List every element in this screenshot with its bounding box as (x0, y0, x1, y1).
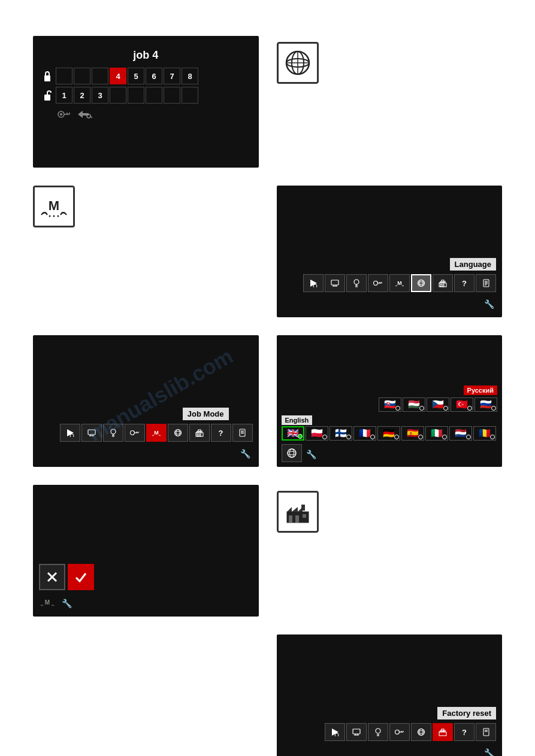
jobmode-label: Job Mode (183, 408, 229, 420)
tb-play-btn[interactable] (303, 274, 324, 292)
job-cell-u7[interactable] (164, 87, 180, 104)
tb-question-btn[interactable]: ? (454, 274, 474, 292)
svg-rect-40 (483, 280, 489, 287)
flag-fr[interactable]: 🇫🇷 (353, 426, 376, 441)
langsel-wrench-icon: 🔧 (304, 447, 319, 462)
svg-rect-20 (331, 280, 338, 285)
confirm-icons-row: M 🔧 (39, 594, 253, 611)
jm-bulb-btn[interactable] (103, 424, 123, 442)
english-label: English (282, 415, 313, 425)
confirm-button[interactable] (68, 564, 94, 590)
svg-point-83 (335, 733, 338, 736)
globe-icon-box[interactable] (277, 42, 319, 84)
svg-point-62 (174, 432, 181, 434)
job-cell-l1[interactable] (56, 68, 72, 84)
job-cell-l5[interactable]: 5 (128, 68, 144, 84)
svg-text:M: M (45, 599, 50, 606)
fr-key-btn[interactable] (389, 723, 410, 741)
jm-wrench-icon: 🔧 (238, 447, 253, 461)
jm-globe-btn[interactable] (168, 424, 188, 442)
jm-wave-btn-active[interactable]: M (146, 424, 167, 442)
tb-factory-btn[interactable] (433, 274, 453, 292)
job-cell-l8[interactable]: 8 (182, 68, 198, 84)
tb-wave-btn[interactable]: M (389, 274, 410, 292)
svg-rect-67 (240, 429, 245, 436)
wave-icon-container: M (33, 186, 259, 317)
job-cell-u8[interactable] (182, 87, 198, 104)
svg-point-33 (418, 280, 425, 287)
locked-row: 4 5 6 7 8 (40, 68, 252, 84)
svg-point-3 (60, 113, 62, 116)
flag-it[interactable]: 🇮🇹 (425, 426, 448, 441)
job-cell-u5[interactable] (128, 87, 144, 104)
job-cell-u4[interactable] (110, 87, 126, 104)
jobmode-toolbar: M (60, 424, 253, 442)
job-cell-u6[interactable] (146, 87, 162, 104)
russian-label: Русский (464, 385, 497, 395)
flag-cz[interactable]: 🇨🇿 (427, 397, 449, 412)
tb-monitor-btn[interactable] (325, 274, 345, 292)
jm-key-btn[interactable] (125, 424, 145, 442)
flag-fi[interactable]: 🇫🇮 (330, 426, 352, 441)
fr-bulb-btn[interactable] (368, 723, 388, 741)
job-cell-u3[interactable]: 3 (92, 87, 108, 104)
job-cell-l6[interactable]: 6 (146, 68, 162, 84)
fr-document-btn[interactable] (476, 723, 496, 741)
svg-point-91 (395, 730, 400, 734)
fr-factory-btn-active[interactable] (433, 723, 453, 741)
jm-factory-btn[interactable] (189, 424, 210, 442)
wave-icon-box[interactable]: M (33, 186, 75, 227)
job-cell-u1[interactable]: 1 (56, 87, 72, 104)
flag-pl[interactable]: 🇵🇱 (306, 426, 328, 441)
svg-point-35 (418, 282, 425, 284)
svg-rect-78 (301, 505, 305, 511)
flag-sk[interactable]: 🇸🇰 (379, 397, 401, 412)
flag-es[interactable]: 🇪🇸 (401, 426, 424, 441)
cancel-button[interactable] (39, 564, 65, 590)
fr-play-btn[interactable] (325, 723, 345, 741)
tb-bulb-btn[interactable] (346, 274, 367, 292)
flag-tr[interactable]: 🇹🇷 (451, 397, 473, 412)
langsel-globe-btn[interactable] (282, 444, 302, 462)
flag-gb[interactable]: 🇬🇧 (282, 426, 304, 441)
flag-nl[interactable]: 🇳🇱 (449, 426, 472, 441)
jm-monitor-btn[interactable] (81, 424, 102, 442)
confirm-wave-icon: M (39, 596, 56, 608)
tb-document-btn[interactable] (476, 274, 496, 292)
flag-hu[interactable]: 🇭🇺 (403, 397, 425, 412)
fr-wrench-icon: 🔧 (482, 746, 496, 756)
svg-text:M: M (397, 280, 402, 286)
svg-point-73 (288, 451, 296, 455)
jm-question-btn[interactable]: ? (211, 424, 231, 442)
svg-text:M: M (49, 198, 59, 213)
job-cell-l3[interactable] (92, 68, 108, 84)
svg-rect-84 (353, 729, 360, 734)
job-cell-l7[interactable]: 7 (164, 68, 180, 84)
factory-reset-label: Factory reset (437, 707, 496, 719)
svg-rect-100 (483, 728, 489, 736)
svg-point-24 (354, 280, 359, 284)
flag-de[interactable]: 🇩🇪 (377, 426, 400, 441)
language-label: Language (450, 258, 496, 271)
empty-spacer (33, 634, 259, 652)
jm-document-btn[interactable] (232, 424, 253, 442)
tb-globe-btn-active[interactable] (411, 274, 431, 292)
jm-wrench-row: 🔧 (238, 444, 253, 461)
flag-ru[interactable]: 🇷🇺 (474, 397, 497, 412)
svg-point-88 (376, 728, 380, 733)
globe-icon-container (277, 36, 503, 168)
jm-play-btn[interactable] (60, 424, 80, 442)
job-cell-l4[interactable]: 4 (110, 68, 126, 84)
job-cell-u2[interactable]: 2 (74, 87, 90, 104)
svg-point-51 (111, 429, 116, 434)
fr-question-btn[interactable]: ? (454, 723, 474, 741)
tb-key-btn[interactable] (368, 274, 388, 292)
flag-ro[interactable]: 🇷🇴 (473, 426, 496, 441)
job-cell-l2[interactable] (74, 68, 90, 84)
svg-point-60 (174, 430, 181, 436)
svg-point-96 (419, 729, 423, 736)
fr-monitor-btn[interactable] (346, 723, 367, 741)
factory-icon-box[interactable] (277, 491, 319, 533)
fr-globe-btn[interactable] (411, 723, 431, 741)
svg-point-28 (374, 281, 378, 286)
